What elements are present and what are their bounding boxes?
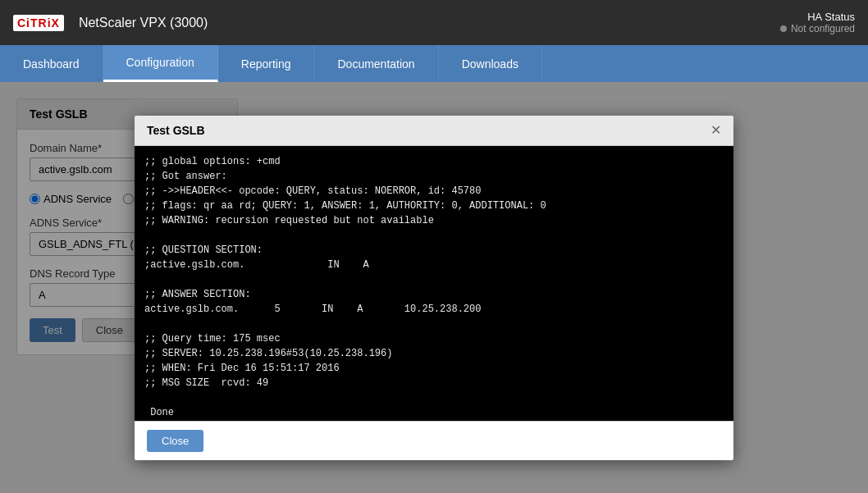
header-left: CiTRiX NetScaler VPX (3000) [13,15,208,31]
citrix-logo: CiTRiX [13,15,64,31]
modal-footer: Close [135,421,733,460]
ha-status-title: HA Status [780,11,855,23]
nav-item-reporting[interactable]: Reporting [218,45,315,82]
header: CiTRiX NetScaler VPX (3000) HA Status No… [0,0,868,45]
modal-title: Test GSLB [147,124,205,137]
modal-close-button[interactable]: Close [147,430,203,452]
app-title: NetScaler VPX (3000) [79,16,208,30]
nav-item-dashboard[interactable]: Dashboard [0,45,103,82]
modal-close-x-button[interactable]: ✕ [710,124,721,137]
status-dot-icon [780,25,787,32]
modal-output: ;; global options: +cmd ;; Got answer: ;… [135,146,733,421]
modal-overlay: Test GSLB ✕ ;; global options: +cmd ;; G… [0,82,868,493]
ha-status-panel: HA Status Not configured [780,11,855,34]
main-content: Test GSLB Domain Name* active.gslb.com A… [0,82,868,493]
main-nav: Dashboard Configuration Reporting Docume… [0,45,868,82]
nav-item-documentation[interactable]: Documentation [314,45,438,82]
test-gslb-modal: Test GSLB ✕ ;; global options: +cmd ;; G… [135,116,733,460]
ha-status-text: Not configured [791,23,855,34]
modal-header: Test GSLB ✕ [135,116,733,146]
nav-item-configuration[interactable]: Configuration [103,45,218,82]
ha-status-indicator: Not configured [780,23,855,34]
nav-item-downloads[interactable]: Downloads [439,45,542,82]
